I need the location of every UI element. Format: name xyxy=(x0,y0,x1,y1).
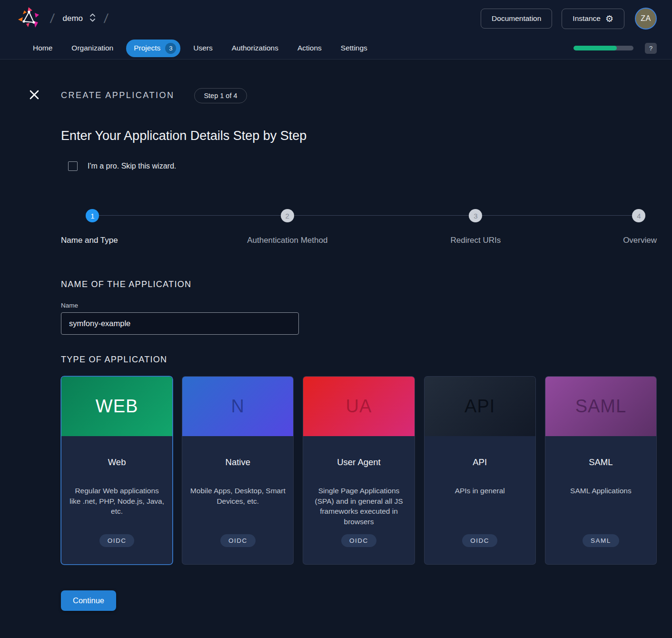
app-type-description: Single Page Applications (SPA) and in ge… xyxy=(311,486,406,527)
close-button[interactable] xyxy=(27,87,42,104)
breadcrumb-separator: / xyxy=(103,11,109,26)
app-type-card-web[interactable]: WEB Web Regular Web applications like .n… xyxy=(61,376,173,565)
app-type-title: Web xyxy=(108,457,126,468)
avatar[interactable]: ZA xyxy=(635,8,657,30)
projects-count-badge: 3 xyxy=(165,43,176,54)
protocol-badge: OIDC xyxy=(462,534,497,547)
step-circle-4: 4 xyxy=(632,209,645,222)
documentation-button-label: Documentation xyxy=(492,14,541,23)
app-type-card-native[interactable]: N Native Mobile Apps, Desktop, Smart Dev… xyxy=(182,376,294,565)
app-type-title: User Agent xyxy=(337,457,381,468)
app-type-card-saml[interactable]: SAML SAML SAML Applications SAML xyxy=(545,376,657,565)
top-bar: / demo / Documentation Instance ⚙ ZA xyxy=(0,0,672,37)
protocol-badge: OIDC xyxy=(99,534,135,547)
step-label-overview: Overview xyxy=(623,236,657,245)
instance-button[interactable]: Instance ⚙ xyxy=(562,9,624,29)
step-circle-3: 3 xyxy=(469,209,482,222)
app-type-card-user-agent[interactable]: UA User Agent Single Page Applications (… xyxy=(303,376,415,565)
quota-progress-bar xyxy=(573,46,633,50)
gear-icon: ⚙ xyxy=(605,14,613,23)
org-selector[interactable]: demo xyxy=(63,12,96,25)
app-type-card-web-body: Web Regular Web applications like .net, … xyxy=(61,436,172,564)
instance-button-label: Instance xyxy=(573,14,601,23)
nav-item-users[interactable]: Users xyxy=(187,40,218,56)
nav-item-organization[interactable]: Organization xyxy=(65,40,119,56)
step-label-name-and-type: Name and Type xyxy=(61,236,118,245)
protocol-badge: SAML xyxy=(583,534,619,547)
app-type-card-native-body: Native Mobile Apps, Desktop, Smart Devic… xyxy=(182,436,293,564)
create-application-wizard: CREATE APPLICATION Step 1 of 4 Enter You… xyxy=(0,87,672,611)
app-type-card-api[interactable]: API API APIs in general OIDC xyxy=(424,376,536,565)
app-type-description: Regular Web applications like .net, PHP,… xyxy=(69,486,165,517)
documentation-button[interactable]: Documentation xyxy=(481,9,552,29)
close-icon xyxy=(29,89,40,102)
wizard-stepper: 1 2 3 4 Name and Type Authentication Met… xyxy=(61,209,657,248)
app-type-card-user-agent-body: User Agent Single Page Applications (SPA… xyxy=(303,436,414,564)
step-indicator-badge: Step 1 of 4 xyxy=(194,88,247,103)
app-type-description: SAML Applications xyxy=(570,486,632,496)
logo-icon xyxy=(17,7,42,30)
app-type-card-saml-header: SAML xyxy=(545,377,656,436)
zitadel-logo[interactable] xyxy=(17,7,42,30)
app-type-description: APIs in general xyxy=(455,486,505,496)
skip-wizard-row[interactable]: I'm a pro. Skip this wizard. xyxy=(68,161,672,171)
name-input[interactable] xyxy=(61,312,299,335)
breadcrumb-separator: / xyxy=(49,11,55,26)
nav-item-projects-label: Projects xyxy=(134,44,160,52)
step-label-redirect-uris: Redirect URIs xyxy=(450,236,501,245)
name-field-group: Name xyxy=(61,302,657,335)
stepper-line xyxy=(92,215,641,216)
name-field-label: Name xyxy=(61,302,657,309)
step-circle-2: 2 xyxy=(281,209,294,222)
nav-item-home[interactable]: Home xyxy=(27,40,59,56)
app-type-card-user-agent-header: UA xyxy=(303,377,414,436)
app-type-title: SAML xyxy=(589,457,613,468)
step-label-authentication-method: Authentication Method xyxy=(247,236,327,245)
nav-item-projects[interactable]: Projects 3 xyxy=(126,40,180,57)
main-nav: Home Organization Projects 3 Users Autho… xyxy=(0,37,672,60)
org-selector-value: demo xyxy=(63,14,83,23)
wizard-title: CREATE APPLICATION xyxy=(61,90,174,100)
app-type-card-api-body: API APIs in general OIDC xyxy=(425,436,535,564)
app-type-title: Native xyxy=(226,457,250,468)
quota-progress-fill xyxy=(573,46,617,50)
chevron-updown-icon xyxy=(89,12,96,25)
continue-button[interactable]: Continue xyxy=(61,590,116,611)
app-type-title: API xyxy=(473,457,487,468)
app-type-card-saml-body: SAML SAML Applications SAML xyxy=(545,436,656,564)
skip-wizard-label: I'm a pro. Skip this wizard. xyxy=(88,162,176,170)
nav-item-actions[interactable]: Actions xyxy=(291,40,328,56)
app-type-cards: WEB Web Regular Web applications like .n… xyxy=(61,376,657,565)
wizard-header: CREATE APPLICATION Step 1 of 4 xyxy=(27,87,657,104)
step-circle-1: 1 xyxy=(86,209,99,222)
app-type-description: Mobile Apps, Desktop, Smart Devices, etc… xyxy=(190,486,286,506)
type-section-title: TYPE OF APPLICATION xyxy=(61,355,657,365)
app-type-card-api-header: API xyxy=(425,377,535,436)
name-section-title: NAME OF THE APPLICATION xyxy=(61,279,657,289)
page-title: Enter Your Application Details Step by S… xyxy=(61,129,657,143)
app-type-card-native-header: N xyxy=(182,377,293,436)
help-button[interactable]: ? xyxy=(645,43,657,54)
avatar-initials: ZA xyxy=(641,14,651,23)
nav-item-settings[interactable]: Settings xyxy=(335,40,374,56)
nav-item-authorizations[interactable]: Authorizations xyxy=(226,40,285,56)
app-type-card-web-header: WEB xyxy=(61,377,172,436)
protocol-badge: OIDC xyxy=(341,534,376,547)
skip-wizard-checkbox[interactable] xyxy=(68,161,78,171)
protocol-badge: OIDC xyxy=(220,534,256,547)
